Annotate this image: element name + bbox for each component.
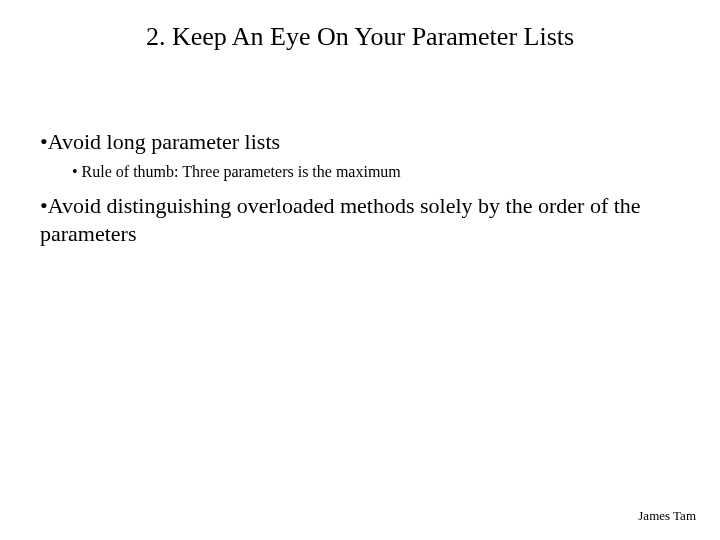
bullet-level2: • Rule of thumb: Three parameters is the… — [72, 162, 680, 183]
bullet-level1: •Avoid long parameter lists — [40, 128, 680, 156]
bullet-text: Rule of thumb: Three parameters is the m… — [82, 163, 401, 180]
bullet-text: Avoid long parameter lists — [48, 129, 280, 154]
slide-footer: James Tam — [638, 508, 696, 524]
bullet-level1: •Avoid distinguishing overloaded methods… — [40, 192, 680, 247]
bullet-icon: • — [40, 192, 48, 220]
slide-body: •Avoid long parameter lists • Rule of th… — [40, 128, 680, 253]
slide-title: 2. Keep An Eye On Your Parameter Lists — [0, 22, 720, 52]
slide: 2. Keep An Eye On Your Parameter Lists •… — [0, 0, 720, 540]
bullet-text: Avoid distinguishing overloaded methods … — [40, 193, 641, 246]
bullet-icon: • — [40, 128, 48, 156]
bullet-icon: • — [72, 162, 78, 183]
